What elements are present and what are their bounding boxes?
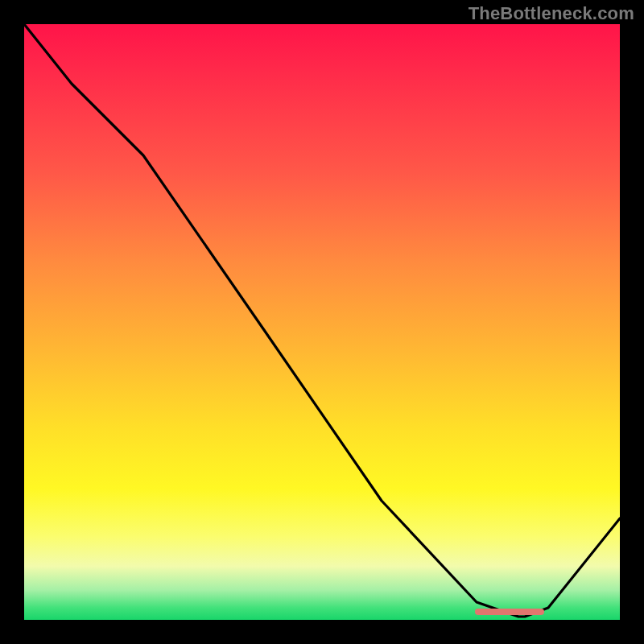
watermark-text: TheBottleneck.com [469, 3, 634, 24]
chart-frame: TheBottleneck.com [0, 0, 644, 644]
optimal-range-marker [475, 609, 544, 615]
bottleneck-curve [24, 24, 620, 620]
plot-area [24, 24, 620, 620]
